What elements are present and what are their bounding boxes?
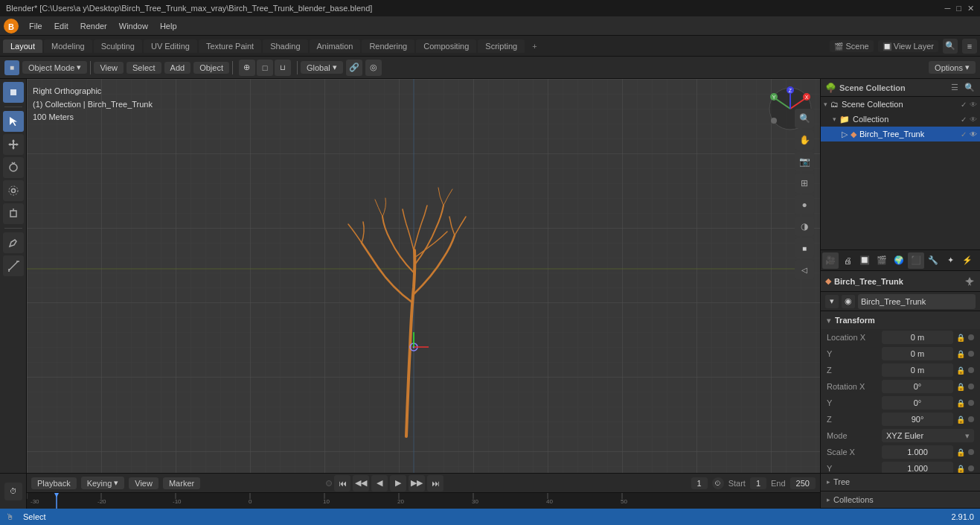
keying-btn[interactable]: Keying▾ bbox=[81, 477, 125, 489]
pin-icon[interactable] bbox=[964, 276, 976, 287]
loc-z-lock[interactable]: 🔒 bbox=[956, 366, 965, 375]
end-frame[interactable]: 250 bbox=[790, 477, 816, 489]
prop-icon-particles[interactable]: ✦ bbox=[942, 252, 958, 269]
timeline-icon[interactable]: ⏱ bbox=[4, 483, 22, 500]
scale-y-value[interactable]: 1.000 bbox=[882, 462, 953, 473]
transform-tool-btn[interactable] bbox=[3, 203, 24, 224]
cursor-tool-btn[interactable] bbox=[3, 111, 24, 132]
options-dropdown[interactable]: Options▾ bbox=[929, 61, 976, 74]
scale-tool-btn[interactable] bbox=[3, 180, 24, 201]
transform-header[interactable]: ▾ Transform bbox=[821, 311, 980, 329]
snap-btn[interactable]: 🔗 bbox=[346, 60, 362, 76]
rot-z-value[interactable]: 90° bbox=[882, 413, 953, 426]
grid-toggle-btn[interactable]: ⊞ bbox=[795, 174, 814, 193]
collapse-panel-btn[interactable]: ◁ bbox=[795, 260, 814, 279]
tab-compositing[interactable]: Compositing bbox=[416, 39, 476, 53]
loc-x-key[interactable] bbox=[968, 334, 974, 340]
tab-uv-editing[interactable]: UV Editing bbox=[144, 39, 197, 53]
loc-z-key[interactable] bbox=[968, 367, 974, 373]
menu-render[interactable]: Render bbox=[75, 20, 112, 32]
prop-icon-scene[interactable]: 🎬 bbox=[874, 252, 890, 269]
menu-edit[interactable]: Edit bbox=[49, 20, 74, 32]
timeline-view-btn[interactable]: View bbox=[129, 477, 158, 489]
data-type-icon[interactable]: ◉ bbox=[842, 295, 855, 308]
close-btn[interactable]: ✕ bbox=[967, 4, 974, 13]
play-backwards-btn[interactable]: ◀ bbox=[371, 475, 388, 491]
camera-btn[interactable]: 📷 bbox=[795, 152, 814, 171]
object-menu[interactable]: Object bbox=[193, 62, 229, 74]
rotation-mode-select[interactable]: XYZ Euler ▾ bbox=[882, 429, 974, 442]
scale-y-lock[interactable]: 🔒 bbox=[956, 465, 965, 473]
pan-btn[interactable]: ✋ bbox=[795, 130, 814, 150]
prop-icon-world[interactable]: 🌍 bbox=[891, 252, 907, 269]
fps-indicator[interactable]: ⏲ bbox=[712, 477, 724, 489]
start-frame[interactable]: 1 bbox=[750, 477, 766, 489]
record-btn[interactable] bbox=[326, 480, 332, 486]
outliner-birch-tree-trunk[interactable]: ▷ ◆ Birch_Tree_Trunk ✓ 👁 bbox=[821, 127, 980, 141]
loc-y-key[interactable] bbox=[968, 351, 974, 357]
overlay-btn[interactable]: ◑ bbox=[795, 217, 814, 236]
rot-x-lock[interactable]: 🔒 bbox=[956, 383, 965, 391]
loc-z-value[interactable]: 0 m bbox=[882, 363, 953, 377]
playback-btn[interactable]: Playback bbox=[31, 477, 77, 489]
search-button[interactable]: 🔍 bbox=[943, 39, 958, 54]
rot-x-value[interactable]: 0° bbox=[882, 380, 953, 393]
outliner-scene-collection[interactable]: ▾ 🗂 Scene Collection ✓ 👁 bbox=[821, 97, 980, 112]
lasso-tool[interactable]: ⊔ bbox=[275, 60, 291, 76]
select-tool[interactable]: □ bbox=[257, 60, 273, 76]
object-mode-dropdown[interactable]: Object Mode ▾ bbox=[22, 61, 87, 74]
rot-x-key[interactable] bbox=[968, 384, 974, 389]
rotate-tool-btn[interactable] bbox=[3, 157, 24, 178]
outliner-search-btn[interactable]: 🔍 bbox=[964, 82, 976, 94]
menu-window[interactable]: Window bbox=[114, 20, 153, 32]
prev-frame-btn[interactable]: ◀◀ bbox=[353, 475, 369, 491]
loc-y-value[interactable]: 0 m bbox=[882, 347, 953, 360]
jump-end-btn[interactable]: ⏭ bbox=[427, 475, 443, 491]
marker-btn[interactable]: Marker bbox=[163, 477, 200, 489]
display-mode-btn[interactable]: ● bbox=[795, 195, 814, 214]
filter-button[interactable]: ≡ bbox=[962, 39, 977, 54]
outliner-collection[interactable]: ▾ 📁 Collection ✓ 👁 bbox=[821, 112, 980, 127]
annotate-tool-btn[interactable] bbox=[3, 232, 24, 253]
window-controls[interactable]: ─ □ ✕ bbox=[945, 4, 974, 13]
tab-add-button[interactable]: + bbox=[526, 39, 542, 53]
scale-y-key[interactable] bbox=[968, 465, 974, 471]
rot-z-key[interactable] bbox=[968, 416, 974, 422]
scale-x-lock[interactable]: 🔒 bbox=[956, 448, 965, 456]
timeline-track[interactable]: -30 -20 -10 0 10 20 30 40 50 bbox=[27, 493, 820, 509]
collections-bottom-header[interactable]: ▸ Collections bbox=[821, 491, 980, 509]
proportional-btn[interactable]: ◎ bbox=[365, 60, 382, 76]
scale-x-key[interactable] bbox=[968, 449, 974, 455]
tree-section-header[interactable]: ▸ Tree bbox=[821, 474, 980, 491]
viewport[interactable]: Right Orthographic (1) Collection | Birc… bbox=[27, 79, 820, 473]
view-layer-selector[interactable]: 🔲 View Layer bbox=[878, 40, 938, 52]
data-name-input[interactable]: Birch_Tree_Trunk bbox=[858, 294, 976, 309]
loc-x-value[interactable]: 0 m bbox=[882, 331, 953, 344]
tab-shading[interactable]: Shading bbox=[263, 39, 307, 53]
prop-icon-object[interactable]: ⬛ bbox=[908, 252, 924, 269]
prop-icon-render[interactable]: 🎥 bbox=[822, 252, 839, 269]
tab-rendering[interactable]: Rendering bbox=[362, 39, 414, 53]
tab-texture-paint[interactable]: Texture Paint bbox=[199, 39, 261, 53]
menu-file[interactable]: File bbox=[24, 20, 48, 32]
loc-x-lock[interactable]: 🔒 bbox=[956, 334, 965, 342]
rot-y-value[interactable]: 0° bbox=[882, 396, 953, 410]
rot-z-lock[interactable]: 🔒 bbox=[956, 416, 965, 424]
move-tool-btn[interactable] bbox=[3, 134, 24, 155]
view-menu[interactable]: View bbox=[94, 62, 124, 74]
cursor-tool[interactable]: ⊕ bbox=[239, 60, 255, 76]
scale-x-value[interactable]: 1.000 bbox=[882, 445, 953, 459]
play-btn[interactable]: ▶ bbox=[390, 475, 406, 491]
minimize-btn[interactable]: ─ bbox=[945, 4, 951, 13]
shading-solid[interactable]: ■ bbox=[795, 238, 814, 258]
prop-icon-output[interactable]: 🖨 bbox=[839, 252, 856, 269]
menu-help[interactable]: Help bbox=[155, 20, 182, 32]
prop-icon-view-layer[interactable]: 🔲 bbox=[856, 252, 873, 269]
global-dropdown[interactable]: Global▾ bbox=[301, 61, 343, 74]
maximize-btn[interactable]: □ bbox=[956, 4, 961, 13]
current-frame[interactable]: 1 bbox=[691, 477, 708, 489]
tab-layout[interactable]: Layout bbox=[3, 39, 42, 53]
tab-animation[interactable]: Animation bbox=[310, 39, 361, 53]
next-frame-btn[interactable]: ▶▶ bbox=[409, 475, 425, 491]
select-menu[interactable]: Select bbox=[126, 62, 161, 74]
